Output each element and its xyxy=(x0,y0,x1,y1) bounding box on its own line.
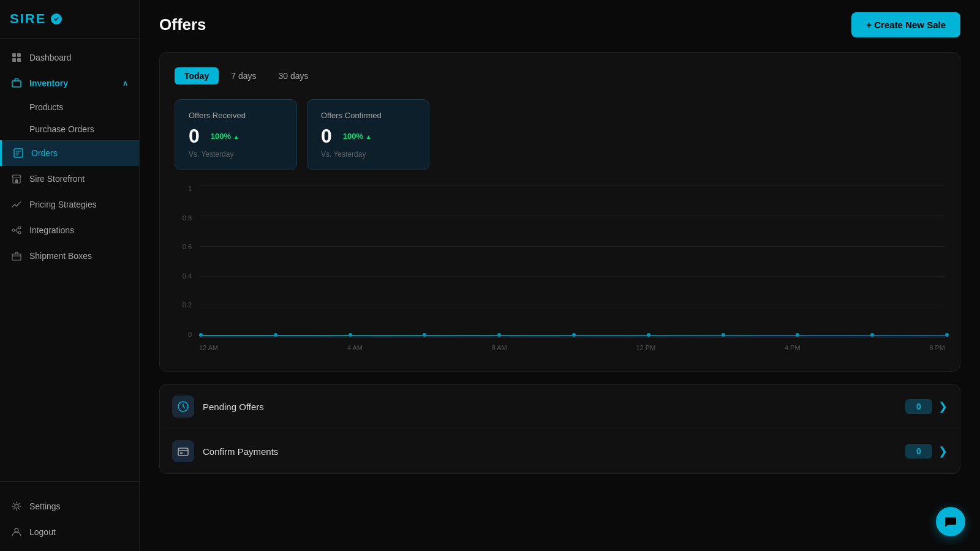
tab-today[interactable]: Today xyxy=(175,67,219,84)
sidebar-item-shipment-boxes[interactable]: Shipment Boxes xyxy=(0,243,139,269)
chart-dot-1 xyxy=(274,333,277,337)
sidebar-item-pricing-strategies-label: Pricing Strategies xyxy=(29,200,97,209)
stat-offers-received: Offers Received 0 100% ▲ Vs. Yesterday xyxy=(175,99,297,170)
pending-offers-row: Pending Offers 0 ❯ xyxy=(160,384,960,429)
nav-items: Dashboard Inventory ∧ Products Purchase … xyxy=(0,39,139,476)
logo-text: SIRE xyxy=(10,11,46,27)
sidebar-item-pricing-strategies[interactable]: Pricing Strategies xyxy=(0,192,139,217)
svg-point-13 xyxy=(15,528,18,532)
stat-offers-received-pct: 100% ▲ xyxy=(211,132,239,141)
sidebar-item-inventory[interactable]: Inventory ∧ xyxy=(0,70,139,96)
confirm-payments-arrow[interactable]: ❯ xyxy=(938,444,948,458)
sidebar-item-shipment-boxes-label: Shipment Boxes xyxy=(29,251,92,261)
chart-dot-3 xyxy=(423,333,426,337)
nav-bottom: Settings Logout xyxy=(0,487,139,551)
sidebar-item-logout-label: Logout xyxy=(29,527,56,537)
confirm-payments-row: Confirm Payments 0 ❯ xyxy=(160,429,960,473)
pending-offers-label: Pending Offers xyxy=(203,402,905,412)
sidebar-item-purchase-orders[interactable]: Purchase Orders xyxy=(0,118,139,140)
chart-x-label-12am: 12 AM xyxy=(199,344,218,351)
sidebar-item-dashboard[interactable]: Dashboard xyxy=(0,45,139,70)
sidebar-item-orders-label: Orders xyxy=(31,148,58,158)
sidebar-item-orders[interactable]: Orders xyxy=(0,140,139,166)
time-tabs: Today 7 days 30 days xyxy=(175,67,945,84)
chart-dot-5 xyxy=(572,333,576,337)
chart-x-labels: 12 AM 4 AM 8 AM 12 PM 4 PM 8 PM xyxy=(199,339,945,356)
offers-stats-card: Today 7 days 30 days Offers Received 0 1… xyxy=(159,52,960,372)
sidebar-item-settings[interactable]: Settings xyxy=(0,493,139,519)
sidebar-item-logout[interactable]: Logout xyxy=(0,519,139,545)
inventory-icon xyxy=(11,78,22,89)
chart-y-label-04: 0.4 xyxy=(183,272,192,280)
svg-rect-2 xyxy=(12,58,16,62)
settings-icon xyxy=(11,501,22,512)
chart-y-label-06: 0.6 xyxy=(183,243,192,250)
top-bar: Offers + Create New Sale xyxy=(159,0,960,52)
storefront-icon xyxy=(11,173,22,184)
chart-x-label-8am: 8 AM xyxy=(492,344,507,351)
sidebar-item-sire-storefront[interactable]: Sire Storefront xyxy=(0,166,139,192)
orders-icon xyxy=(13,148,24,159)
chevron-down-icon: ∧ xyxy=(123,79,128,88)
sidebar-item-sire-storefront-label: Sire Storefront xyxy=(29,174,85,184)
stat-offers-confirmed-label: Offers Confirmed xyxy=(321,111,415,120)
nav-divider xyxy=(0,481,139,482)
chart-dot-4 xyxy=(497,333,501,337)
chart-grid-line-08 xyxy=(199,216,945,216)
confirm-payments-badge: 0 xyxy=(905,444,932,459)
sidebar: SIRE Dashboard Inventory ∧ Products Purc… xyxy=(0,0,140,551)
chart-x-label-4pm: 4 PM xyxy=(785,344,801,351)
svg-rect-4 xyxy=(12,81,21,87)
stat-offers-confirmed-value: 0 xyxy=(321,125,332,148)
chart-x-label-4am: 4 AM xyxy=(347,344,363,351)
chart-grid-line-04 xyxy=(199,276,945,277)
sidebar-item-products[interactable]: Products xyxy=(0,96,139,118)
confirm-payments-icon xyxy=(172,440,194,462)
chart-x-label-12pm: 12 PM xyxy=(636,344,655,351)
chart-y-label-1: 1 xyxy=(188,185,192,192)
svg-rect-7 xyxy=(15,179,18,183)
stat-offers-received-value: 0 xyxy=(189,125,200,148)
chart-y-label-08: 0.8 xyxy=(183,214,192,222)
svg-rect-11 xyxy=(12,254,21,260)
svg-rect-16 xyxy=(180,452,183,454)
stats-row: Offers Received 0 100% ▲ Vs. Yesterday O… xyxy=(175,99,945,170)
sidebar-item-purchase-orders-label: Purchase Orders xyxy=(29,124,94,134)
chat-bubble[interactable] xyxy=(936,507,965,536)
tab-30days[interactable]: 30 days xyxy=(268,67,318,84)
logout-icon xyxy=(11,527,22,538)
chart-dot-7 xyxy=(722,333,725,337)
stat-offers-confirmed: Offers Confirmed 0 100% ▲ Vs. Yesterday xyxy=(307,99,429,170)
chart-y-label-0: 0 xyxy=(188,331,192,338)
shipment-icon xyxy=(11,250,22,261)
svg-rect-15 xyxy=(178,448,188,455)
svg-point-10 xyxy=(18,231,21,234)
chart-grid-line-06 xyxy=(199,246,945,247)
chart-dot-8 xyxy=(796,333,799,337)
main-content: Offers + Create New Sale Today 7 days 30… xyxy=(140,0,980,551)
chart-y-labels: 1 0.8 0.6 0.4 0.2 0 xyxy=(175,185,197,338)
svg-rect-0 xyxy=(12,53,16,57)
pending-offers-badge: 0 xyxy=(905,399,932,414)
sidebar-item-inventory-label: Inventory xyxy=(29,78,68,88)
chart-body xyxy=(199,185,945,338)
pending-offers-arrow[interactable]: ❯ xyxy=(938,400,948,413)
sidebar-item-integrations-label: Integrations xyxy=(29,225,74,235)
chart-dot-6 xyxy=(647,333,650,337)
sidebar-item-settings-label: Settings xyxy=(29,501,61,511)
chart-data-line xyxy=(199,335,945,336)
chart-grid-line-02 xyxy=(199,307,945,307)
svg-point-8 xyxy=(12,229,15,231)
stat-offers-confirmed-vs: Vs. Yesterday xyxy=(321,150,415,159)
stat-offers-received-vs: Vs. Yesterday xyxy=(189,150,283,159)
stat-offers-received-label: Offers Received xyxy=(189,111,283,120)
chart-dot-9 xyxy=(870,333,874,337)
chart-dot-0 xyxy=(199,333,203,337)
tab-7days[interactable]: 7 days xyxy=(221,67,266,84)
create-new-sale-button[interactable]: + Create New Sale xyxy=(851,12,960,37)
sidebar-item-integrations[interactable]: Integrations xyxy=(0,217,139,243)
chart-area: 1 0.8 0.6 0.4 0.2 0 xyxy=(175,185,945,356)
svg-rect-1 xyxy=(17,53,21,57)
logo-area: SIRE xyxy=(0,0,139,39)
svg-point-12 xyxy=(15,504,18,508)
